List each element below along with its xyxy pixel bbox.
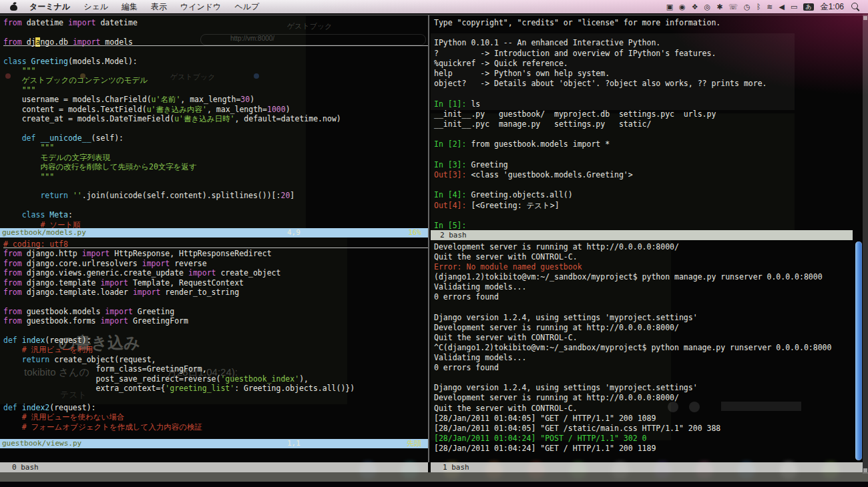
menu-item-1[interactable]: シェル [83,1,108,13]
terminal-line: create_at = models.DateTimeField(u'書き込み日… [3,114,431,123]
background-window-scrollbar [863,15,868,474]
terminal-line [3,201,431,210]
terminal-line: Quit the server with CONTROL-C. [434,404,861,414]
vim-pane-views[interactable]: # coding: utf8from django.http import Ht… [0,237,431,441]
screen-titlebar-0-bash: 0 bash [0,462,428,472]
bash-pane[interactable]: Development server is running at http://… [431,240,861,464]
terminal-line: return create_object(request, [3,355,431,364]
terminal-line [434,180,867,190]
models-filename: guestbook/models.py [2,228,86,237]
terminal-line: 内容の改行を削除して先頭から20文字を返す [3,162,431,171]
input-source-status-icon[interactable]: あ [803,3,813,11]
terminal-line: IPython 0.10.1 -- An enhanced Interactiv… [434,38,867,48]
terminal-line: return ''.join(unicode(self.content).spl… [3,191,431,200]
terminal-line [3,181,431,191]
models-scroll-percent: 16% [408,228,421,237]
ipython-pane[interactable]: Type "copyright", "credits" or "license"… [431,16,867,232]
terminal-line [434,28,867,38]
terminal-line: from guestbook.forms import GreetingForm [3,316,431,326]
terminal-line: (django1.2)tokibito@vm:~/_sandbox/myproj… [434,272,861,282]
terminal-line: 0 errors found [434,292,861,302]
menu-item-2[interactable]: 編集 [122,1,138,13]
terminal-line: Development server is running at http://… [434,393,861,403]
terminal-line: # 汎用ビューを使わない場合 [3,412,431,422]
terminal-line: from django.template import Template, Re… [3,278,431,288]
menu-items: ターミナルシェル編集表示ウインドウヘルプ [29,1,259,13]
desktop: ターミナルシェル編集表示ウインドウヘルプ ▣◉❖◎✱☏◷ᛒ≋◀▭あ 金1:06 … [0,0,868,487]
terminal-line: from guestbook.models import Greeting [3,307,431,316]
terminal-line: [28/Jan/2011 01:04:05] "GET /static/main… [434,424,861,434]
terminal-line: username = models.CharField(u'名前', max_l… [3,95,431,104]
terminal-line: Out[3]: <class 'guestbook.models.Greetin… [434,170,867,180]
gear-status-icon[interactable]: ✱ [716,3,722,11]
terminal-line: __init__.pyc manage.py settings.py stati… [434,119,867,129]
models-cursor-position: 4,9 [287,228,300,237]
terminal-line: In [3]: Greeting [434,160,867,170]
spotlight-icon[interactable] [851,2,860,12]
desktop-strip [0,482,868,487]
scroll-down-arrow [863,468,867,472]
modem-status-icon[interactable]: ☏ [728,3,738,11]
terminal-line: from django.template.loader import rende… [3,288,431,297]
terminal-line: %quickref -> Quick reference. [434,59,867,69]
terminal-line: モデルの文字列表現 [3,153,431,162]
time-machine-status-icon[interactable]: ◷ [744,3,750,11]
terminal-window[interactable]: ゲストブック http://vm:8000/ ゲストブック の書き込み toki… [0,13,868,482]
terminal-line: extra_context={'greeting_list': Greeting… [3,384,431,393]
views-filename: guestbook/views.py [2,439,81,448]
terminal-line: Development server is running at http://… [434,323,861,333]
terminal-line [434,303,861,313]
terminal-line: """ [3,66,431,75]
bluetooth-status-icon[interactable]: ᛒ [756,3,761,11]
terminal-line [3,394,431,403]
terminal-line: form_class=GreetingForm, [3,364,431,374]
terminal-line [434,129,867,139]
terminal-line: Quit the server with CONTROL-C. [434,252,861,262]
terminal-line: Error: No module named guestbook [434,262,861,272]
menu-item-4[interactable]: ウインドウ [180,1,221,13]
screen-titlebar-1-bash: 1 bash [431,462,863,472]
wifi-status-icon[interactable]: ≋ [767,3,773,11]
menu-item-3[interactable]: 表示 [151,1,167,13]
terminal-line: """ [3,85,431,95]
vim-pane-models[interactable]: from datetime import datetime from djang… [0,16,431,230]
terminal-line: from django.db import models [3,37,431,47]
menu-item-0[interactable]: ターミナル [29,1,70,13]
views-scroll-percent: 先頭 [407,439,421,448]
pane-divider[interactable] [428,15,429,462]
terminal-line: Development server is running at http://… [434,242,861,252]
terminal-line: # 汎用ビューを利用 [3,345,431,354]
apple-menu-logo[interactable] [9,2,19,11]
terminal-line: def __unicode__(self): [3,133,431,143]
terminal-line: post_save_redirect=reverse('guestbook_in… [3,374,431,384]
battery-status-icon[interactable]: ▭ [791,3,797,11]
terminal-line: object? -> Details about 'object'. ?obje… [434,79,867,89]
terminal-line: def index(request): [3,336,431,345]
terminal-line: from django.views.generic.create_update … [3,268,431,278]
terminal-line: In [4]: Greeting.objects.all() [434,190,867,200]
quicksilver-status-icon[interactable]: ◎ [704,3,711,11]
terminal-scrollbar-thumb[interactable] [855,241,862,460]
terminal-line: from datetime import datetime [3,18,431,27]
terminal-line: from django.core.urlresolvers import rev… [3,259,431,268]
terminal-line: # フォームオブジェクトを作成して入力内容の検証 [3,422,431,432]
scroll-up-arrow [863,16,867,20]
terminal-line: ? -> Introduction and overview of IPytho… [434,49,867,59]
menu-item-5[interactable]: ヘルプ [234,1,259,13]
terminal-line: [28/Jan/2011 01:04:05] "GET / HTTP/1.1" … [434,414,861,424]
messenger-status-icon[interactable]: ◉ [679,3,686,11]
terminal-line [3,326,431,336]
terminal-line: 0 errors found [434,363,861,373]
terminal-line: [28/Jan/2011 01:04:24] "GET / HTTP/1.1" … [434,444,861,454]
terminal-line: ^C(django1.2)tokibito@vm:~/_sandbox/mypr… [434,343,861,353]
menu-clock[interactable]: 金1:06 [821,1,844,13]
terminal-line [434,211,867,221]
terminal-line: """ [3,172,431,181]
display-status-icon[interactable]: ▣ [666,3,673,11]
volume-status-icon[interactable]: ◀ [779,3,785,11]
terminal-line: Type "copyright", "credits" or "license"… [434,18,867,28]
terminal-line: In [5]: [434,221,867,231]
shapes-status-icon[interactable]: ❖ [692,3,698,11]
menu-bar: ターミナルシェル編集表示ウインドウヘルプ ▣◉❖◎✱☏◷ᛒ≋◀▭あ 金1:06 [0,0,868,13]
terminal-line [434,150,867,160]
